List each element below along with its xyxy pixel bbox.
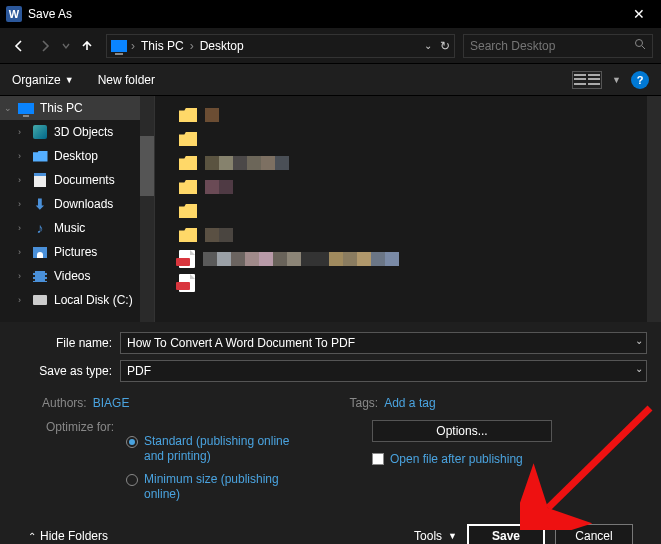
- chevron-down-icon[interactable]: ⌄: [635, 363, 643, 374]
- chevron-up-icon: ⌃: [28, 531, 36, 542]
- list-item[interactable]: [179, 200, 661, 222]
- disk-icon: [33, 295, 47, 305]
- chevron-down-icon[interactable]: ⌄: [635, 335, 643, 346]
- folder-icon: [179, 180, 197, 194]
- view-options-button[interactable]: [572, 71, 602, 89]
- tree-documents[interactable]: › Documents: [0, 168, 154, 192]
- chevron-right-icon: ›: [190, 39, 194, 53]
- tools-menu[interactable]: Tools ▼: [414, 529, 457, 543]
- word-app-icon: W: [6, 6, 22, 22]
- tree-desktop[interactable]: › Desktop: [0, 144, 154, 168]
- radio-standard[interactable]: Standard (publishing online and printing…: [126, 434, 342, 464]
- folder-tree: ⌄ This PC › 3D Objects › Desktop › Docum…: [0, 96, 155, 322]
- tree-pictures[interactable]: › Pictures: [0, 240, 154, 264]
- breadcrumb-desktop[interactable]: Desktop: [198, 39, 246, 53]
- list-item[interactable]: [179, 176, 661, 198]
- refresh-icon[interactable]: ↻: [440, 39, 450, 53]
- expand-icon[interactable]: ›: [18, 151, 26, 161]
- tree-3d-objects[interactable]: › 3D Objects: [0, 120, 154, 144]
- pdf-icon: [179, 250, 195, 268]
- filename-input[interactable]: [120, 332, 647, 354]
- expand-icon[interactable]: ›: [18, 175, 26, 185]
- expand-icon[interactable]: ⌄: [4, 103, 12, 113]
- search-icon[interactable]: [634, 38, 646, 53]
- filename-label: File name:: [14, 336, 120, 350]
- expand-icon[interactable]: ›: [18, 271, 26, 281]
- pdf-icon: [179, 274, 195, 292]
- organize-label: Organize: [12, 73, 61, 87]
- 3d-icon: [33, 125, 47, 139]
- expand-icon[interactable]: ›: [18, 247, 26, 257]
- chevron-right-icon: ›: [131, 39, 135, 53]
- list-item[interactable]: [179, 152, 661, 174]
- document-icon: [34, 173, 46, 187]
- radio-icon: [126, 436, 138, 448]
- chevron-down-icon: ▼: [65, 75, 74, 85]
- list-item[interactable]: [179, 128, 661, 150]
- close-button[interactable]: ✕: [623, 6, 655, 22]
- chevron-down-icon: ▼: [448, 531, 457, 541]
- authors-label: Authors:: [42, 396, 87, 410]
- tree-music[interactable]: › ♪ Music: [0, 216, 154, 240]
- folder-icon: [179, 132, 197, 146]
- tags-label: Tags:: [350, 396, 379, 410]
- folder-icon: [179, 156, 197, 170]
- svg-point-0: [636, 40, 643, 47]
- options-button[interactable]: Options...: [372, 420, 552, 442]
- chevron-down-icon[interactable]: ▼: [612, 75, 621, 85]
- expand-icon[interactable]: ›: [18, 295, 26, 305]
- save-panel: File name: ⌄ Save as type: PDF ⌄ Authors…: [0, 322, 661, 544]
- history-dropdown-icon[interactable]: ⌄: [424, 40, 432, 51]
- pc-icon: [18, 103, 34, 114]
- window-title: Save As: [28, 7, 72, 21]
- open-after-checkbox[interactable]: Open file after publishing: [372, 452, 647, 466]
- music-icon: ♪: [32, 221, 48, 235]
- expand-icon[interactable]: ›: [18, 127, 26, 137]
- list-item[interactable]: [179, 224, 661, 246]
- list-item[interactable]: [179, 272, 661, 294]
- file-scrollbar[interactable]: [647, 96, 661, 322]
- download-icon: ⬇: [32, 197, 48, 211]
- title-bar: W Save As ✕: [0, 0, 661, 28]
- forward-button[interactable]: [34, 35, 56, 57]
- tree-scrollbar[interactable]: [140, 96, 154, 322]
- address-bar[interactable]: › This PC › Desktop ⌄ ↻: [106, 34, 455, 58]
- savetype-label: Save as type:: [14, 364, 120, 378]
- folder-icon: [179, 204, 197, 218]
- expand-icon[interactable]: ›: [18, 199, 26, 209]
- folder-icon: [179, 108, 197, 122]
- folder-icon: [179, 228, 197, 242]
- search-input[interactable]: [470, 39, 634, 53]
- tree-local-disk[interactable]: › Local Disk (C:): [0, 288, 154, 312]
- radio-minimum[interactable]: Minimum size (publishing online): [126, 472, 342, 502]
- expand-icon[interactable]: ›: [18, 223, 26, 233]
- svg-line-1: [642, 46, 645, 49]
- cancel-button[interactable]: Cancel: [555, 524, 633, 544]
- up-button[interactable]: [76, 35, 98, 57]
- tree-videos[interactable]: › Videos: [0, 264, 154, 288]
- radio-icon: [126, 474, 138, 486]
- toolbar: Organize ▼ New folder ▼ ?: [0, 64, 661, 96]
- tags-value[interactable]: Add a tag: [384, 396, 435, 410]
- tree-this-pc[interactable]: ⌄ This PC: [0, 96, 154, 120]
- authors-value[interactable]: BIAGE: [93, 396, 130, 410]
- file-list[interactable]: [155, 96, 661, 322]
- back-button[interactable]: [8, 35, 30, 57]
- save-button[interactable]: Save: [467, 524, 545, 544]
- tree-downloads[interactable]: › ⬇ Downloads: [0, 192, 154, 216]
- navigation-bar: › This PC › Desktop ⌄ ↻: [0, 28, 661, 64]
- new-folder-button[interactable]: New folder: [98, 73, 155, 87]
- breadcrumb-this-pc[interactable]: This PC: [139, 39, 186, 53]
- picture-icon: [33, 247, 47, 258]
- organize-menu[interactable]: Organize ▼: [12, 73, 74, 87]
- recent-dropdown[interactable]: [60, 35, 72, 57]
- pc-icon: [111, 40, 127, 52]
- list-item[interactable]: [179, 104, 661, 126]
- savetype-select[interactable]: PDF: [120, 360, 647, 382]
- search-box[interactable]: [463, 34, 653, 58]
- list-item[interactable]: [179, 248, 661, 270]
- help-button[interactable]: ?: [631, 71, 649, 89]
- folder-icon: [33, 151, 48, 162]
- checkbox-icon: [372, 453, 384, 465]
- hide-folders-button[interactable]: ⌃ Hide Folders: [28, 529, 108, 543]
